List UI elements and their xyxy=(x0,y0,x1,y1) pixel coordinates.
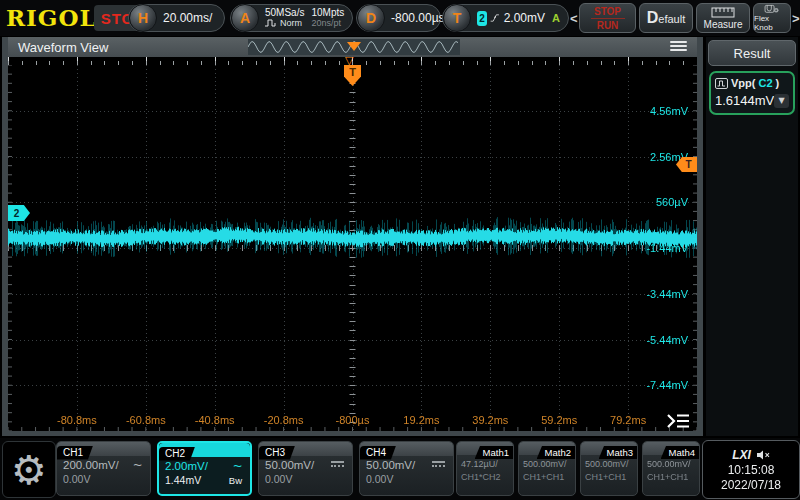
clock-date: 2022/07/18 xyxy=(721,478,781,492)
math-box-math3[interactable]: Math3500.00mV/CH1+CH1 xyxy=(580,441,638,496)
menu-icon[interactable] xyxy=(670,41,687,51)
flex-knob-label: Flex Knob xyxy=(754,14,790,32)
trigger-level-value: 2.00mV xyxy=(504,11,545,25)
x-axis-label: 59.2ms xyxy=(541,414,577,426)
math-box-math1[interactable]: Math147.12µU/CH1*CH2 xyxy=(456,441,514,496)
math-expression: CH1+CH1 xyxy=(643,469,699,482)
channel-box-ch1[interactable]: CH1200.00mV/~0.00V xyxy=(56,441,151,496)
trigger-source-chip: 2 xyxy=(477,11,487,26)
stop-run-button[interactable]: STOP RUN xyxy=(579,3,636,33)
measurement-source: C2 xyxy=(758,77,772,89)
x-axis-label: -80.8ms xyxy=(57,414,97,426)
y-axis-label: -1.44mV xyxy=(646,242,688,254)
x-axis-label: -60.8ms xyxy=(126,414,166,426)
delay-value: -800.00µs xyxy=(391,11,445,25)
t-badge-icon: T xyxy=(443,4,471,32)
math-box-math2[interactable]: Math2500.00mV/CH1+CH1 xyxy=(518,441,576,496)
x-axis-label: -20.8ms xyxy=(264,414,304,426)
y-axis-label: -5.44mV xyxy=(646,334,688,346)
x-axis-label: 79.2ms xyxy=(610,414,646,426)
channel-scale: 200.00mV/ xyxy=(63,459,119,471)
waveform-view-title: Waveform View xyxy=(8,40,108,55)
math-expression: CH1+CH1 xyxy=(519,469,575,482)
graticule[interactable]: 4.56mV2.56mV560µV-1.44mV-3.44mV-5.44mV-7… xyxy=(8,65,697,431)
y-axis-label: 560µV xyxy=(656,196,688,208)
channel-tab: CH1 xyxy=(57,446,93,460)
memory-navigation-strip[interactable] xyxy=(248,39,460,55)
pulse-icon xyxy=(715,78,728,89)
channel-offset: 0.00V xyxy=(63,473,90,485)
lxi-label: LXI xyxy=(732,448,751,462)
y-axis-label: -3.44mV xyxy=(646,288,688,300)
channel-offset: 0.00V xyxy=(366,473,393,485)
expand-menu-icon[interactable] xyxy=(665,412,691,430)
flex-knob-button[interactable]: Flex Knob xyxy=(753,3,791,33)
sample-rate: 50MSa/s xyxy=(265,8,304,18)
memory-depth: 10Mpts xyxy=(311,8,344,18)
measure-button[interactable]: Measure xyxy=(696,3,750,33)
channel-scale: 50.00mV/ xyxy=(366,459,415,471)
channel-box-ch2[interactable]: CH22.00mV/~1.44mVBw xyxy=(157,441,252,496)
clock-box[interactable]: LXI 10:15:08 2022/07/18 xyxy=(702,440,800,499)
acquisition-control[interactable]: A 50MSa/s Norm 10Mpts 20ns/pt xyxy=(230,4,353,32)
x-axis-label: 39.2ms xyxy=(472,414,508,426)
trigger-control[interactable]: T 2 2.00mV A xyxy=(442,4,569,32)
coupling-ac-icon: ~ xyxy=(233,462,242,470)
horizontal-scale-control[interactable]: H 20.00ms/ xyxy=(128,4,225,32)
y-axis-label: 4.56mV xyxy=(650,105,688,117)
acquire-mode-label: Norm xyxy=(280,18,302,28)
rising-edge-icon xyxy=(490,11,500,25)
channel-box-ch3[interactable]: CH350.00mV/0.00V xyxy=(258,441,353,496)
sample-resolution: 20ns/pt xyxy=(311,18,344,28)
ruler-icon xyxy=(711,7,735,18)
rigol-logo: RIGOL xyxy=(6,4,97,31)
rigol-gear-icon: ⚙ xyxy=(11,450,47,490)
math-expression: CH1+CH1 xyxy=(581,469,637,482)
trigger-position-icon xyxy=(347,42,361,51)
horizontal-scale-value: 20.00ms/ xyxy=(163,11,212,25)
speaker-muted-icon xyxy=(756,450,770,460)
bandwidth-limit-badge: Bw xyxy=(229,475,242,486)
acquire-mode-icon xyxy=(265,19,278,27)
channel-tab: CH4 xyxy=(360,446,396,460)
channel-scale: 2.00mV/ xyxy=(165,460,208,472)
knob-icon xyxy=(761,4,783,13)
measurement-dropdown-icon[interactable]: ▼ xyxy=(774,94,789,108)
channel-strip: CH1200.00mV/~0.00VCH22.00mV/~1.44mVBwCH3… xyxy=(56,441,454,496)
y-axis-label: -7.44mV xyxy=(646,379,688,391)
measure-label: Measure xyxy=(704,19,743,30)
result-panel: Result Vpp(C2) 1.6144mV ▼ xyxy=(706,37,798,436)
h-badge-icon: H xyxy=(129,4,157,32)
measurement-value: 1.6144mV xyxy=(715,93,774,108)
toolbar-next-icon[interactable]: > xyxy=(792,11,800,26)
default-button[interactable]: Default xyxy=(639,3,693,33)
d-badge-icon: D xyxy=(357,4,385,32)
math-strip: Math147.12µU/CH1*CH2Math2500.00mV/CH1+CH… xyxy=(456,441,700,496)
toolbar-prev-icon[interactable]: < xyxy=(570,11,578,26)
measurement-label: Vpp(C2) xyxy=(715,77,789,89)
coupling-dc-icon xyxy=(331,461,344,470)
delay-control[interactable]: D -800.00µs xyxy=(356,4,441,32)
channel-scale: 50.00mV/ xyxy=(265,459,314,471)
x-axis-label: -40.8ms xyxy=(195,414,235,426)
coupling-dc-icon xyxy=(432,461,445,470)
system-menu-button[interactable]: ⚙ xyxy=(2,441,56,498)
waveform-canvas[interactable] xyxy=(8,65,697,431)
x-axis-label: -800µs xyxy=(336,414,370,426)
channel-offset: 0.00V xyxy=(265,473,292,485)
math-box-math4[interactable]: Math4500.00mV/CH1+CH1 xyxy=(642,441,700,496)
horizontal-ruler: ▽ xyxy=(8,57,697,65)
channel-box-ch4[interactable]: CH450.00mV/0.00V xyxy=(359,441,454,496)
x-axis-label: 19.2ms xyxy=(403,414,439,426)
math-tab: Math1 xyxy=(475,446,513,459)
top-status-bar: RIGOL STOP H 20.00ms/ A 50MSa/s Norm 10M… xyxy=(0,0,800,36)
channel-offset: 1.44mV xyxy=(165,474,201,486)
waveform-view-panel: Waveform View ▽ 4.56mV2.56mV560µV-1.44mV… xyxy=(2,37,703,436)
result-header-button[interactable]: Result xyxy=(708,40,796,66)
math-tab: Math3 xyxy=(599,446,637,459)
a-badge-icon: A xyxy=(231,4,259,32)
trigger-sweep-mode: A xyxy=(552,12,560,24)
bottom-channel-bar: ⚙ CH1200.00mV/~0.00VCH22.00mV/~1.44mVBwC… xyxy=(0,438,800,500)
measurement-card-vpp[interactable]: Vpp(C2) 1.6144mV ▼ xyxy=(709,71,795,115)
channel-tab: CH2 xyxy=(159,447,195,461)
